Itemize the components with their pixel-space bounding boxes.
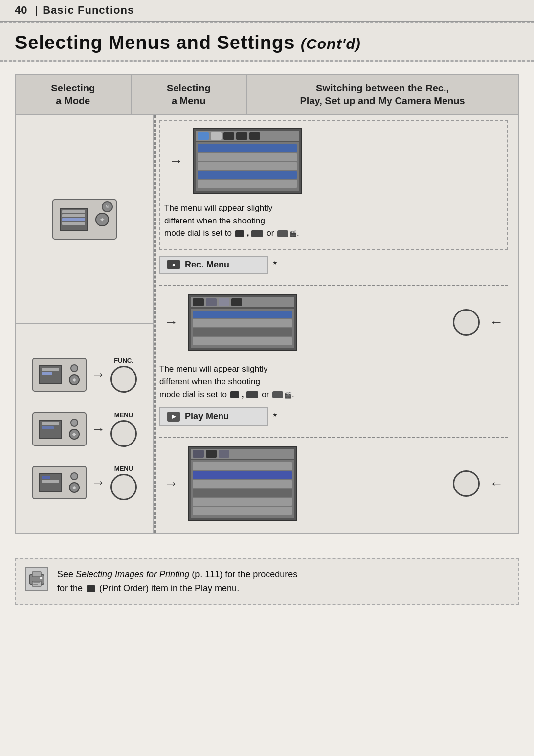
section-title: Basic Functions	[43, 4, 134, 17]
menu-row-3	[198, 180, 297, 188]
rec-menu-row-3	[193, 328, 292, 336]
selecting-menu-area: ◆ → FUNC.	[16, 324, 153, 533]
m2s1	[42, 476, 50, 479]
cam-btns-menu1: ◆	[69, 419, 80, 440]
camera-buttons-mode: M ✦	[95, 213, 109, 226]
menu-setup-display-row: →	[159, 443, 508, 524]
s2	[42, 372, 52, 375]
camera-menu2-diagram: ◆	[32, 466, 87, 499]
section-divider-1	[159, 285, 508, 286]
menu1-label: MENU	[114, 411, 133, 419]
camera-body-mode: M ✦	[52, 199, 117, 240]
rec-menu-screenshot	[188, 294, 297, 351]
play-icon: ▶	[167, 412, 180, 422]
note-text-part3: (Print Order) item in the Play menu.	[97, 583, 239, 593]
menu-icon-4	[236, 132, 247, 140]
mode-sym-b	[251, 230, 263, 237]
tab-headers: Selectinga Mode Selectinga Menu Switchin…	[15, 74, 519, 115]
or-1: or	[267, 228, 274, 238]
arrow-to-menu2: →	[91, 475, 105, 490]
mode-sym-c	[277, 230, 288, 237]
menu-rows: ◆ → FUNC.	[21, 352, 148, 505]
svg-rect-4	[33, 584, 38, 585]
menu-row-sel-2	[198, 171, 297, 179]
setup-nav-circle[interactable]	[453, 470, 480, 497]
comma-2: ,	[242, 390, 244, 399]
camera-mode-diagram: M ✦	[52, 199, 117, 240]
tab-switching: Switching between the Rec.,Play, Set up …	[247, 75, 518, 114]
note-icon-svg	[27, 570, 46, 588]
separator: |	[35, 4, 38, 17]
rec-menu-label-row: ● Rec. Menu *	[159, 254, 508, 276]
setup-icon-1	[193, 450, 204, 458]
camera-body-menu1: ◆	[32, 412, 87, 446]
menu1-flow-row: ◆ → MENU	[32, 411, 137, 447]
svg-rect-3	[33, 582, 40, 583]
screen-line-2	[62, 214, 85, 217]
func-to-display-arrow: →	[169, 153, 183, 169]
desc-text-2: The menu will appear slightly different …	[159, 363, 508, 401]
c2-small	[70, 419, 78, 427]
setup-row-6	[193, 507, 292, 515]
m1s2	[42, 426, 54, 429]
func-menu-screenshot	[193, 128, 302, 194]
setup-row-2	[193, 471, 292, 479]
setup-row-5	[193, 498, 292, 506]
right-top-section: →	[159, 120, 508, 250]
note-print-icon	[87, 585, 95, 592]
top-bar: 40 | Basic Functions	[0, 0, 534, 22]
main-title: Selecting Menus and Settings (Cont'd)	[15, 32, 361, 53]
menu1-circle-btn[interactable]	[110, 420, 137, 447]
menu-icon-2	[211, 132, 222, 140]
menu-icon-3	[223, 132, 234, 140]
menu-display-inner-1	[196, 142, 299, 191]
menu-row-sel-1	[198, 144, 297, 152]
rec-icon: ●	[167, 260, 180, 269]
setup-left-arrow: ←	[490, 476, 503, 491]
screen-line-4	[62, 222, 85, 225]
note-box: See Selecting Images for Printing (p. 11…	[15, 558, 519, 605]
cam-btns-func: ◆	[69, 364, 80, 385]
camera-screen-menu1	[39, 420, 62, 439]
rec-top-icon-row	[191, 297, 294, 307]
func-button-area: FUNC.	[110, 357, 137, 393]
menu1-button-area: MENU	[110, 411, 137, 447]
cam-nav-c: ◆	[69, 374, 80, 385]
m1s1	[42, 422, 59, 425]
note-icon	[25, 567, 48, 591]
rec-nav-circle[interactable]	[453, 309, 480, 336]
setup-menu-screenshot	[188, 446, 297, 521]
desc-text-1: The menu will appear slightly different …	[164, 202, 503, 240]
camera-screen-mode	[60, 208, 88, 231]
arrow-to-func: →	[91, 367, 105, 383]
m2s2	[42, 480, 59, 483]
menu-icon-5	[249, 132, 260, 140]
screen-inner-menu1	[40, 421, 61, 438]
rec-menu-text: Rec. Menu	[185, 260, 229, 270]
menu2-flow-row: ◆ → MENU	[32, 465, 137, 500]
selecting-mode-area: M ✦	[16, 115, 153, 324]
menu2-circle-btn[interactable]	[110, 474, 137, 500]
rec-menu-inner	[191, 309, 294, 348]
star-mark-rec: *	[273, 258, 277, 271]
or-2: or	[262, 390, 269, 399]
c3-small	[70, 472, 78, 480]
func-circle-btn[interactable]	[110, 366, 137, 393]
cam-btns-menu2: ◆	[69, 472, 80, 493]
menu-to-rec-arrow: →	[164, 314, 178, 330]
mode-sym-f	[272, 391, 283, 398]
flow-area: M ✦	[15, 115, 519, 534]
rec-icon-2	[206, 298, 217, 306]
menu-top-icon-row	[196, 131, 299, 141]
camera-body-func: ◆	[32, 358, 87, 392]
menu-icon-1	[198, 132, 209, 140]
screen-inner-menu2	[40, 474, 61, 491]
mode-dial: M	[102, 201, 113, 212]
rec-menu-row-1	[193, 311, 292, 318]
menu-row-2	[198, 162, 297, 170]
play-menu-label-row: ▶ Play Menu *	[159, 405, 508, 428]
arrow-to-menu1: →	[91, 421, 105, 437]
star-mark-play: *	[273, 410, 277, 423]
c3-nav: ◆	[69, 482, 80, 493]
func-menu-display-row: →	[164, 125, 503, 197]
